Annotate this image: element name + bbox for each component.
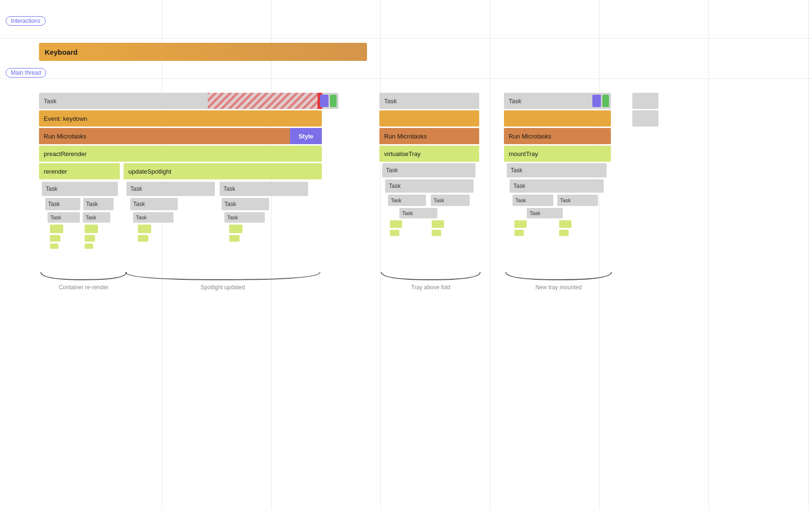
spotlight-task2: Task <box>220 182 308 196</box>
l3-t2: Task <box>83 198 114 210</box>
l5-g3 <box>138 225 151 233</box>
spotlight-task1: Task <box>126 182 215 196</box>
bracket-tray-above-label: Tray above fold <box>379 284 482 291</box>
r1-task2: Task <box>385 179 474 193</box>
r1-task1: Task <box>382 163 475 177</box>
l4-t1: Task <box>48 212 80 223</box>
l4-t2: Task <box>83 212 110 223</box>
main-thread-label: Main thread <box>6 68 46 78</box>
run-microtasks-bar: Run Microtasks Style <box>39 128 322 144</box>
rerender-bar: rerender <box>39 163 120 179</box>
bracket-spotlight-label: Spotlight updated <box>124 284 322 291</box>
l3-t1: Task <box>45 198 80 210</box>
r2-task1: Task <box>507 163 607 177</box>
r2-g1 <box>514 220 527 228</box>
l7-g1 <box>50 244 58 249</box>
right1-event-bar <box>379 110 479 127</box>
main-thread-badge[interactable]: Main thread <box>6 68 46 78</box>
l7-g2 <box>85 244 93 249</box>
right2-task-bar: Task <box>504 93 611 109</box>
r1-g4 <box>432 230 441 236</box>
l3-t4: Task <box>222 198 269 210</box>
l5-g4 <box>229 225 242 233</box>
style-badge: Style <box>290 128 322 144</box>
striped-overlay <box>208 93 319 109</box>
l6-g4 <box>229 235 240 242</box>
r2-g3 <box>514 230 524 236</box>
right2-small-indicators <box>592 95 609 107</box>
interactions-badge[interactable]: Interactions <box>6 16 46 26</box>
right2-event-bar <box>504 110 611 127</box>
bracket-new-tray-label: New tray mounted <box>504 284 613 291</box>
bracket-spotlight <box>124 271 322 282</box>
r1-g1 <box>390 220 402 228</box>
right2-mount-bar: mountTray <box>504 146 611 162</box>
left-task-bar: Task <box>39 93 338 109</box>
l4-t3: Task <box>133 212 174 223</box>
bracket-container-label: Container re-render <box>39 284 128 291</box>
right3-event-bar <box>632 110 658 127</box>
l6-g3 <box>138 235 148 242</box>
r1-task3a: Task <box>388 195 426 206</box>
right1-virtualise-bar: virtualiseTray <box>379 146 479 162</box>
r2-task3b: Task <box>557 195 598 206</box>
r2-g2 <box>559 220 571 228</box>
bracket-container-rerender <box>39 271 128 282</box>
right3-small-bar <box>632 93 658 109</box>
timeline-scene: Task Event: keydown Run Microtasks Style… <box>0 93 812 510</box>
l6-g1 <box>50 235 60 242</box>
r1-task4: Task <box>399 208 437 218</box>
l3-t3: Task <box>130 198 178 210</box>
bracket-new-tray <box>504 271 613 282</box>
r1-task3b: Task <box>431 195 470 206</box>
l5-g1 <box>50 225 63 233</box>
update-spotlight-bar: updateSpotlight <box>124 163 322 179</box>
keyboard-label: Keyboard <box>45 48 77 56</box>
interactions-label: Interactions <box>6 16 46 26</box>
preact-rerender-bar: preactRerender <box>39 146 322 162</box>
r2-task4: Task <box>527 208 563 218</box>
r2-g4 <box>559 230 569 236</box>
l6-g2 <box>85 235 95 242</box>
l4-t4: Task <box>224 212 265 223</box>
right1-microtasks-bar: Run Microtasks <box>379 128 479 144</box>
l5-g2 <box>85 225 98 233</box>
r2-task3a: Task <box>512 195 553 206</box>
keyboard-bar: Keyboard <box>39 43 367 61</box>
r1-g2 <box>432 220 444 228</box>
right1-task-bar: Task <box>379 93 479 109</box>
r2-task2: Task <box>510 179 604 193</box>
right2-microtasks-bar: Run Microtasks <box>504 128 611 144</box>
task-bar-small-indicators <box>320 95 337 107</box>
rerender-task1: Task <box>42 182 118 196</box>
bracket-tray-above <box>379 271 482 282</box>
r1-g3 <box>390 230 399 236</box>
event-keydown-bar: Event: keydown <box>39 110 322 127</box>
